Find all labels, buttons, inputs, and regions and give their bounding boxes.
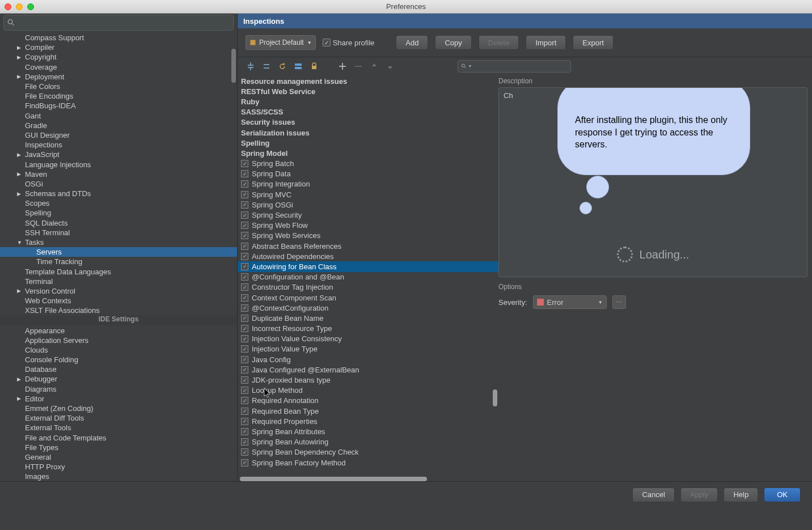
tree-item[interactable]: Emmet (Zen Coding)	[0, 404, 237, 413]
checkbox-icon[interactable]: ✓	[241, 418, 248, 425]
tree-item[interactable]: Console Folding	[0, 355, 237, 364]
checkbox-icon[interactable]: ✓	[241, 366, 248, 374]
checkbox-icon[interactable]: ✓	[241, 273, 248, 281]
add-button[interactable]: Add	[396, 35, 428, 50]
delete-button[interactable]: Delete	[479, 35, 519, 50]
checkbox-icon[interactable]: ✓	[241, 170, 248, 177]
inspection-item[interactable]: ✓Spring MVC	[238, 189, 498, 200]
inspection-group[interactable]: Serialization issues	[238, 128, 498, 138]
collapse-all-icon[interactable]	[261, 61, 272, 71]
inspection-item[interactable]: ✓Spring OSGi	[238, 200, 498, 210]
checkbox-icon[interactable]: ✓	[241, 211, 248, 219]
inspection-item[interactable]: ✓Injection Value Type	[238, 344, 498, 354]
inspection-item[interactable]: ✓JDK-proxied beans type	[238, 375, 498, 385]
tree-item[interactable]: ▼Tasks	[0, 238, 237, 247]
inspection-item[interactable]: ✓Lookup Method	[238, 385, 498, 396]
tree-item[interactable]: OSGi	[0, 179, 237, 189]
severity-more-button[interactable]: ⋯	[612, 295, 626, 309]
tree-item[interactable]: External Diff Tools	[0, 413, 237, 423]
tree-item[interactable]: ▶JavaScript	[0, 150, 237, 159]
inspection-tree[interactable]: Resource management issuesRESTful Web Se…	[238, 75, 498, 481]
tree-item[interactable]: SQL Dialects	[0, 218, 237, 228]
inspection-item[interactable]: ✓Duplicate Bean Name	[238, 313, 498, 323]
tree-item[interactable]: Inspections	[0, 140, 237, 150]
tree-item[interactable]: Terminal	[0, 277, 237, 286]
move-down-icon[interactable]	[385, 61, 395, 71]
checkbox-icon[interactable]: ✓	[241, 304, 248, 312]
inspection-item[interactable]: ✓Required Properties	[238, 416, 498, 426]
severity-select[interactable]: Error ▼	[533, 295, 607, 309]
apply-button[interactable]: Apply	[680, 487, 718, 502]
inspection-group[interactable]: Spring Model	[238, 148, 498, 158]
inspection-item[interactable]: ✓@ContextConfiguration	[238, 303, 498, 313]
move-up-icon[interactable]	[369, 61, 379, 71]
reset-icon[interactable]	[277, 61, 287, 71]
tree-item[interactable]: FindBugs-IDEA	[0, 101, 237, 111]
share-profile-checkbox[interactable]: ✓ Share profile	[323, 39, 375, 47]
import-button[interactable]: Import	[526, 35, 566, 50]
inspection-item[interactable]: ✓Spring Web Services	[238, 231, 498, 241]
inspection-item[interactable]: ✓Injection Value Consistency	[238, 334, 498, 344]
checkbox-icon[interactable]: ✓	[241, 345, 248, 353]
sidebar-search[interactable]	[3, 15, 234, 31]
inspection-group[interactable]: Resource management issues	[238, 76, 498, 86]
checkbox-icon[interactable]: ✓	[241, 191, 248, 198]
tree-item[interactable]: File Types	[0, 443, 237, 452]
inspection-item[interactable]: ✓Required Annotation	[238, 396, 498, 406]
checkbox-icon[interactable]: ✓	[241, 243, 248, 250]
tree-item[interactable]: ▶Editor	[0, 394, 237, 404]
checkbox-icon[interactable]: ✓	[241, 325, 248, 332]
copy-button[interactable]: Copy	[435, 35, 471, 50]
tree-item[interactable]: HTTP Proxy	[0, 462, 237, 472]
inspection-item[interactable]: ✓Required Bean Type	[238, 406, 498, 416]
filter-icon[interactable]	[293, 61, 303, 71]
checkbox-icon[interactable]: ✓	[241, 438, 248, 446]
checkbox-icon[interactable]: ✓	[241, 253, 248, 260]
checkbox-icon[interactable]: ✓	[241, 294, 248, 302]
checkbox-icon[interactable]: ✓	[241, 160, 248, 167]
tree-item[interactable]: Coverage	[0, 62, 237, 72]
tree-item[interactable]: External Tools	[0, 423, 237, 433]
tree-item[interactable]: GUI Designer	[0, 130, 237, 140]
ok-button[interactable]: OK	[764, 487, 801, 502]
inspection-item[interactable]: ✓Spring Integration	[238, 179, 498, 189]
tree-item[interactable]: Servers	[0, 247, 237, 257]
lock-icon[interactable]	[309, 61, 319, 71]
tree-item[interactable]: ▶Debugger	[0, 374, 237, 384]
tree-item[interactable]: Spelling	[0, 208, 237, 218]
scrollbar-thumb[interactable]	[493, 389, 497, 406]
checkbox-icon[interactable]: ✓	[241, 315, 248, 322]
tree-item[interactable]: Clouds	[0, 345, 237, 355]
inspection-item[interactable]: ✓Spring Batch	[238, 159, 498, 169]
tree-item[interactable]: Template Data Languages	[0, 267, 237, 277]
tree-item[interactable]: Language Injections	[0, 159, 237, 169]
tree-item[interactable]: ▶Version Control	[0, 286, 237, 296]
inspection-item[interactable]: ✓Java Configured @ExternalBean	[238, 364, 498, 375]
inspection-item[interactable]: ✓Autowiring for Bean Class	[238, 261, 498, 272]
help-button[interactable]: Help	[724, 487, 758, 502]
sidebar-search-input[interactable]	[18, 19, 230, 27]
inspection-search-input[interactable]	[474, 62, 568, 70]
export-button[interactable]: Export	[573, 35, 614, 50]
tree-item[interactable]: File Colors	[0, 82, 237, 91]
tree-item[interactable]: ▶Copyright	[0, 52, 237, 62]
checkbox-icon[interactable]: ✓	[241, 459, 248, 467]
tree-item[interactable]: Scopes	[0, 198, 237, 208]
tree-item[interactable]: ▶Deployment	[0, 72, 237, 82]
cancel-button[interactable]: Cancel	[632, 487, 674, 502]
checkbox-icon[interactable]: ✓	[241, 335, 248, 342]
checkbox-icon[interactable]: ✓	[241, 263, 248, 270]
checkbox-icon[interactable]: ✓	[241, 408, 248, 415]
scrollbar-thumb[interactable]	[231, 49, 236, 83]
checkbox-icon[interactable]: ✓	[241, 222, 248, 229]
inspection-item[interactable]: ✓Spring Bean Attributes	[238, 426, 498, 436]
tree-item[interactable]: Gant	[0, 111, 237, 121]
inspection-group[interactable]: Ruby	[238, 96, 498, 107]
settings-tree[interactable]: Compass Support▶Compiler▶CopyrightCovera…	[0, 33, 237, 481]
tree-item[interactable]: Appearance	[0, 325, 237, 335]
checkbox-icon[interactable]: ✓	[241, 397, 248, 404]
tree-item[interactable]: ▶Compiler	[0, 43, 237, 52]
tree-item[interactable]: Application Servers	[0, 336, 237, 345]
inspection-search[interactable]: ▼	[458, 60, 571, 73]
inspection-group[interactable]: Security issues	[238, 117, 498, 128]
